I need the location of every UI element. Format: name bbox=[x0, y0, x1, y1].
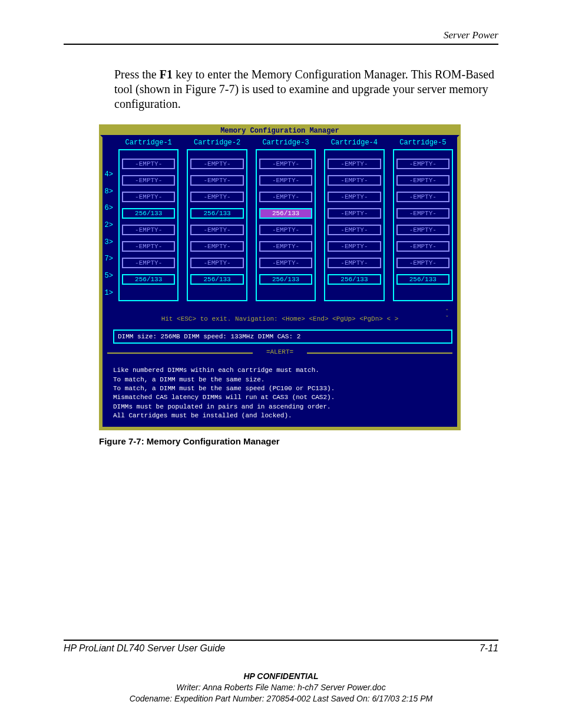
dimm-slot[interactable]: -EMPTY- bbox=[190, 241, 243, 252]
dimm-slot[interactable]: 256/133 bbox=[122, 208, 175, 219]
dimm-slot[interactable]: 256/133 bbox=[190, 274, 243, 285]
dimm-slot[interactable]: -EMPTY- bbox=[259, 241, 312, 252]
row-label: 5> bbox=[103, 268, 114, 285]
dimm-slot[interactable]: -EMPTY- bbox=[396, 208, 449, 219]
alert-line: To match, a DIMM must be the same size. bbox=[113, 375, 452, 384]
alert-line: Like numbered DIMMs within each cartridg… bbox=[113, 366, 452, 375]
dimm-slot[interactable]: 256/133 bbox=[328, 274, 381, 285]
alert-label: ALERT bbox=[270, 348, 289, 355]
cartridge-header: Cartridge-3 bbox=[252, 139, 320, 147]
row-label: 1> bbox=[103, 285, 114, 302]
dimm-slot[interactable]: -EMPTY- bbox=[190, 258, 243, 268]
dimm-grid: 4>8>6>2>3>7>5>1> -EMPTY--EMPTY--EMPTY-25… bbox=[100, 149, 459, 309]
writer-line: Writer: Anna Roberts File Name: h-ch7 Se… bbox=[64, 682, 498, 693]
row-label: 4> bbox=[103, 166, 114, 183]
dimm-slot[interactable]: -EMPTY- bbox=[396, 192, 449, 202]
row-label: 6> bbox=[103, 200, 114, 217]
dimm-slot[interactable]: -EMPTY- bbox=[396, 225, 449, 235]
row-label: 8> bbox=[103, 183, 114, 200]
dimm-slot[interactable]: 256/133 bbox=[122, 274, 175, 285]
confidential-block: HP CONFIDENTIAL Writer: Anna Roberts Fil… bbox=[64, 671, 498, 704]
dimm-slot[interactable]: -EMPTY- bbox=[122, 241, 175, 252]
screenshot-title: Memory Configuration Manager bbox=[100, 126, 459, 135]
alert-line: Mismatched CAS latency DIMMs will run at… bbox=[113, 393, 452, 402]
dimm-slot[interactable]: -EMPTY- bbox=[190, 225, 243, 235]
row-label: 3> bbox=[103, 233, 114, 251]
dimm-slot[interactable]: 256/133 bbox=[259, 208, 312, 219]
cartridge-header: Cartridge-1 bbox=[114, 139, 183, 147]
gutter bbox=[103, 139, 114, 147]
cartridge-header: Cartridge-2 bbox=[183, 139, 251, 147]
cartridge-1: -EMPTY--EMPTY--EMPTY-256/133-EMPTY--EMPT… bbox=[118, 149, 178, 301]
f1-key: F1 bbox=[160, 68, 173, 81]
dimm-slot[interactable]: -EMPTY- bbox=[396, 159, 449, 169]
dimm-slot[interactable]: -EMPTY- bbox=[396, 258, 449, 268]
row-label: 2> bbox=[103, 217, 114, 234]
dimm-info-box: DIMM size: 256MB DIMM speed: 133MHz DIMM… bbox=[100, 326, 459, 348]
memory-config-screenshot: Memory Configuration Manager Cartridge-1… bbox=[99, 124, 461, 430]
dimm-slot[interactable]: -EMPTY- bbox=[122, 175, 175, 186]
scroll-chevrons: ˆˇ bbox=[445, 309, 449, 322]
dimm-slot[interactable]: -EMPTY- bbox=[328, 159, 381, 169]
nav-hint-text: Hit <ESC> to exit. Navigation: <Home> <E… bbox=[161, 315, 399, 322]
footer-page-number: 7-11 bbox=[480, 643, 498, 654]
figure-caption: Figure 7-7: Memory Configuration Manager bbox=[99, 436, 498, 446]
dimm-slot[interactable]: -EMPTY- bbox=[328, 208, 381, 219]
dimm-slot[interactable]: -EMPTY- bbox=[259, 225, 312, 235]
dimm-slot[interactable]: -EMPTY- bbox=[259, 159, 312, 169]
cartridge-header-row: Cartridge-1 Cartridge-2 Cartridge-3 Cart… bbox=[100, 135, 459, 149]
header-rule bbox=[64, 44, 498, 45]
cartridge-header: Cartridge-4 bbox=[320, 139, 388, 147]
footer-rule bbox=[64, 640, 498, 641]
dimm-slot[interactable]: -EMPTY- bbox=[190, 159, 243, 169]
dimm-slot[interactable]: -EMPTY- bbox=[328, 225, 381, 235]
confidential-label: HP CONFIDENTIAL bbox=[64, 671, 498, 682]
cartridge-2: -EMPTY--EMPTY--EMPTY-256/133-EMPTY--EMPT… bbox=[187, 149, 247, 301]
row-labels: 4>8>6>2>3>7>5>1> bbox=[103, 149, 114, 301]
dimm-slot[interactable]: 256/133 bbox=[396, 274, 449, 285]
cartridge-3: -EMPTY--EMPTY--EMPTY-256/133-EMPTY--EMPT… bbox=[256, 149, 316, 301]
dimm-slot[interactable]: -EMPTY- bbox=[259, 258, 312, 268]
dimm-slot[interactable]: -EMPTY- bbox=[122, 192, 175, 202]
alert-line: All Cartridges must be installed (and lo… bbox=[113, 411, 452, 420]
dimm-slot[interactable]: -EMPTY- bbox=[259, 175, 312, 186]
footer-guide: HP ProLiant DL740 Server User Guide bbox=[64, 643, 225, 654]
alert-text: Like numbered DIMMs within each cartridg… bbox=[100, 357, 459, 429]
alert-divider: =ALERT= bbox=[100, 348, 459, 357]
alert-line: DIMMs must be populated in pairs and in … bbox=[113, 403, 452, 411]
dimm-slot[interactable]: -EMPTY- bbox=[122, 258, 175, 268]
dimm-slot[interactable]: -EMPTY- bbox=[122, 225, 175, 235]
dimm-slot[interactable]: -EMPTY- bbox=[396, 175, 449, 186]
codename-line: Codename: Expedition Part Number: 270854… bbox=[64, 693, 498, 704]
dimm-slot[interactable]: -EMPTY- bbox=[396, 241, 449, 252]
running-header: Server Power bbox=[64, 29, 498, 41]
dimm-slot[interactable]: 256/133 bbox=[190, 208, 243, 219]
dimm-slot[interactable]: -EMPTY- bbox=[190, 192, 243, 202]
cartridge-4: -EMPTY--EMPTY--EMPTY--EMPTY--EMPTY--EMPT… bbox=[324, 149, 384, 301]
nav-hint: Hit <ESC> to exit. Navigation: <Home> <E… bbox=[100, 309, 459, 326]
dimm-slot[interactable]: -EMPTY- bbox=[328, 241, 381, 252]
dimm-info-text: DIMM size: 256MB DIMM speed: 133MHz DIMM… bbox=[113, 330, 452, 344]
dimm-slot[interactable]: -EMPTY- bbox=[122, 159, 175, 169]
dimm-slot[interactable]: -EMPTY- bbox=[259, 192, 312, 202]
dimm-slot[interactable]: -EMPTY- bbox=[328, 175, 381, 186]
alert-line: To match, a DIMM must be the same speed … bbox=[113, 384, 452, 393]
body-paragraph: Press the F1 key to enter the Memory Con… bbox=[114, 67, 498, 111]
cartridge-5: -EMPTY--EMPTY--EMPTY--EMPTY--EMPTY--EMPT… bbox=[393, 149, 453, 301]
cartridge-header: Cartridge-5 bbox=[389, 139, 457, 147]
para-pre: Press the bbox=[114, 68, 160, 81]
dimm-slot[interactable]: -EMPTY- bbox=[328, 192, 381, 202]
dimm-slot[interactable]: -EMPTY- bbox=[190, 175, 243, 186]
row-label: 7> bbox=[103, 251, 114, 268]
dimm-slot[interactable]: 256/133 bbox=[259, 274, 312, 285]
dimm-slot[interactable]: -EMPTY- bbox=[328, 258, 381, 268]
